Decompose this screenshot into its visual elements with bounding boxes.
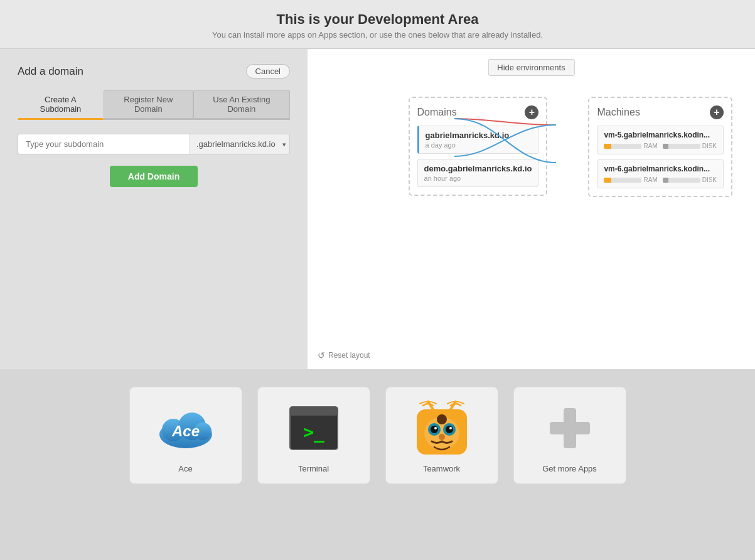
left-panel: Add a domain Cancel Create A Subdomain R… [0,49,308,369]
app-label-ace: Ace [178,464,192,473]
add-domain-button[interactable]: Add Domain [110,166,198,187]
cancel-button[interactable]: Cancel [246,64,290,78]
ram-label: RAM [643,176,657,183]
app-label-terminal: Terminal [298,464,329,473]
disk-label: DISK [702,143,717,149]
app-card-terminal[interactable]: >_ Terminal [257,387,370,484]
machine-name: vm-6.gabrielmanricks.kodin... [604,164,717,173]
ace-icon: Ace [158,406,214,450]
domains-box: Domains + gabrielmanricks.kd.io a day ag… [409,97,548,196]
svg-point-19 [439,434,445,440]
domain-item[interactable]: demo.gabrielmanricks.kd.io an hour ago [417,159,539,187]
teamwork-icon-area [414,400,470,456]
svg-point-14 [431,426,438,433]
app-card-ace[interactable]: Ace Ace [129,387,242,484]
machine-bars: RAM DISK [604,143,717,149]
more-apps-icon-area [542,400,598,456]
ram-bar-wrap: RAM [604,143,657,149]
machine-item[interactable]: vm-6.gabrielmanricks.kodin... RAM [597,159,724,188]
apps-section: Ace Ace >_ Terminal [0,369,755,502]
disk-bar-bg [663,144,700,149]
svg-point-16 [434,427,437,429]
svg-point-17 [449,427,452,429]
app-label-teamwork: Teamwork [423,464,460,473]
machine-item[interactable]: vm-5.gabrielmanricks.kodin... RAM [597,126,724,154]
svg-point-18 [437,414,447,424]
domain-item[interactable]: gabrielmanricks.kd.io a day ago [417,126,539,154]
ram-bar-fill [604,178,611,183]
subdomain-row: .gabrielmanricks.kd.io [18,134,290,154]
ram-bar-wrap: RAM [604,176,657,183]
ram-bar-bg [604,144,641,149]
svg-rect-6 [290,407,338,416]
machine-name: vm-5.gabrielmanricks.kodin... [604,131,717,139]
subdomain-input[interactable] [18,134,190,154]
domain-time: an hour ago [424,175,532,182]
hide-environments-button[interactable]: Hide environments [488,59,574,76]
ram-bar-fill [604,144,611,149]
svg-text:>_: >_ [303,422,324,443]
app-card-teamwork[interactable]: Teamwork [385,387,498,484]
domain-name: demo.gabrielmanricks.kd.io [424,164,532,173]
machines-box: Machines + vm-5.gabrielmanricks.kodin...… [588,97,732,197]
tab-existing-domain[interactable]: Use An Existing Domain [193,90,290,119]
tab-bar: Create A Subdomain Register New Domain U… [18,90,290,120]
panel-title: Add a domain [18,65,83,78]
subdomain-suffix-wrap: .gabrielmanricks.kd.io [190,134,290,154]
more-apps-icon [545,403,595,453]
terminal-icon-area: >_ [286,400,342,456]
domain-time: a day ago [426,141,532,149]
reset-icon: ↺ [318,350,325,360]
teamwork-icon [414,401,469,456]
main-area: Add a domain Cancel Create A Subdomain R… [0,49,755,369]
disk-bar-fill [663,178,668,183]
app-card-more[interactable]: Get more Apps [513,387,626,484]
ram-bar-bg [604,178,641,183]
disk-label: DISK [702,176,717,183]
disk-bar-wrap: DISK [663,143,717,149]
reset-layout-button[interactable]: ↺ Reset layout [318,350,370,360]
reset-layout-label: Reset layout [328,351,370,360]
page-subtitle: You can install more apps on Apps sectio… [0,30,755,40]
disk-bar-wrap: DISK [663,176,717,183]
svg-rect-21 [550,422,590,434]
ace-icon-area: Ace [158,400,214,456]
page-title: This is your Development Area [0,11,755,28]
machines-box-title: Machines + [597,105,724,119]
disk-bar-fill [663,144,668,149]
tab-create-subdomain[interactable]: Create A Subdomain [18,90,104,120]
svg-text:Ace: Ace [171,423,199,439]
add-domain-circle-button[interactable]: + [525,105,538,119]
terminal-icon: >_ [289,406,339,451]
panel-header: Add a domain Cancel [18,64,290,78]
right-panel: Hide environments Domains + gabrielmanri… [308,49,755,369]
subdomain-suffix-select[interactable]: .gabrielmanricks.kd.io [190,134,290,154]
machine-bars: RAM DISK [604,176,717,183]
app-label-more: Get more Apps [542,464,597,473]
add-machine-circle-button[interactable]: + [710,105,724,119]
ram-label: RAM [643,143,657,149]
page-header: This is your Development Area You can in… [0,0,755,49]
svg-point-15 [446,426,453,433]
domains-box-title: Domains + [417,105,539,119]
disk-bar-bg [663,178,700,183]
tab-register-domain[interactable]: Register New Domain [104,90,193,119]
domain-name: gabrielmanricks.kd.io [426,131,532,140]
